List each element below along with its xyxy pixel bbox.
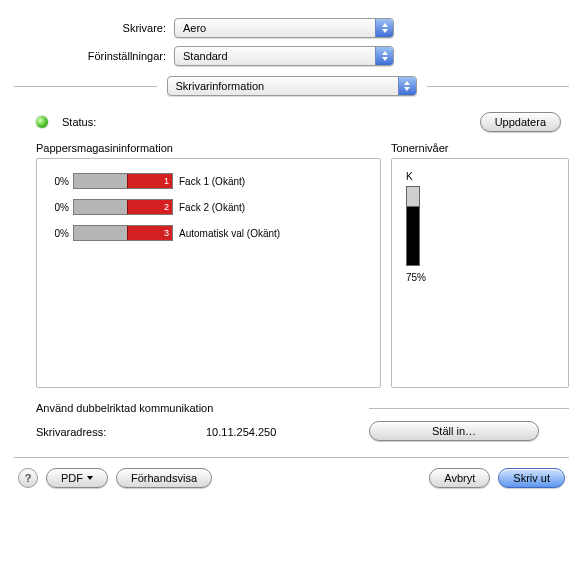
toner-panel: K 75%: [391, 158, 569, 388]
chevron-up-down-icon: [398, 77, 416, 95]
printer-select-value: Aero: [183, 22, 206, 34]
toner-panel-title: Tonernivåer: [391, 142, 569, 154]
help-button[interactable]: ?: [18, 468, 38, 488]
tray-number: 1: [127, 174, 172, 188]
divider: [14, 457, 569, 458]
address-value: 10.11.254.250: [206, 426, 276, 438]
section-select[interactable]: Skrivarinformation: [167, 76, 417, 96]
pdf-menu-button[interactable]: PDF: [46, 468, 108, 488]
chevron-up-down-icon: [375, 19, 393, 37]
tray-percent: 0%: [47, 228, 69, 239]
tray-row: 0%2Fack 2 (Okänt): [47, 199, 370, 215]
tray-number: 2: [127, 200, 172, 214]
tray-percent: 0%: [47, 176, 69, 187]
status-label: Status:: [62, 116, 96, 128]
tray-bar: 3: [73, 225, 173, 241]
tray-row: 0%1Fack 1 (Okänt): [47, 173, 370, 189]
divider: [427, 86, 570, 87]
divider: [14, 86, 157, 87]
address-label: Skrivaradress:: [36, 426, 206, 438]
divider: [369, 408, 569, 409]
setup-button[interactable]: Ställ in…: [369, 421, 539, 441]
chevron-up-down-icon: [375, 47, 393, 65]
print-button[interactable]: Skriv ut: [498, 468, 565, 488]
status-indicator-icon: [36, 116, 48, 128]
section-select-value: Skrivarinformation: [176, 80, 265, 92]
preset-label: Förinställningar:: [14, 50, 174, 62]
toner-bar: [406, 186, 420, 266]
tray-bar: 2: [73, 199, 173, 215]
tray-percent: 0%: [47, 202, 69, 213]
cancel-button[interactable]: Avbryt: [429, 468, 490, 488]
comm-title: Använd dubbelriktad kommunikation: [36, 402, 359, 414]
toner-percent: 75%: [406, 272, 568, 283]
tray-label: Fack 2 (Okänt): [179, 202, 245, 213]
printer-select[interactable]: Aero: [174, 18, 394, 38]
tray-row: 0%3Automatisk val (Okänt): [47, 225, 370, 241]
tray-panel-title: Pappersmagasininformation: [36, 142, 381, 154]
tray-panel: 0%1Fack 1 (Okänt)0%2Fack 2 (Okänt)0%3Aut…: [36, 158, 381, 388]
tray-label: Fack 1 (Okänt): [179, 176, 245, 187]
update-button[interactable]: Uppdatera: [480, 112, 561, 132]
printer-label: Skrivare:: [14, 22, 174, 34]
tray-bar: 1: [73, 173, 173, 189]
preset-select[interactable]: Standard: [174, 46, 394, 66]
toner-name: K: [406, 171, 568, 182]
preset-select-value: Standard: [183, 50, 228, 62]
tray-number: 3: [127, 226, 172, 240]
tray-label: Automatisk val (Okänt): [179, 228, 280, 239]
preview-button[interactable]: Förhandsvisa: [116, 468, 212, 488]
